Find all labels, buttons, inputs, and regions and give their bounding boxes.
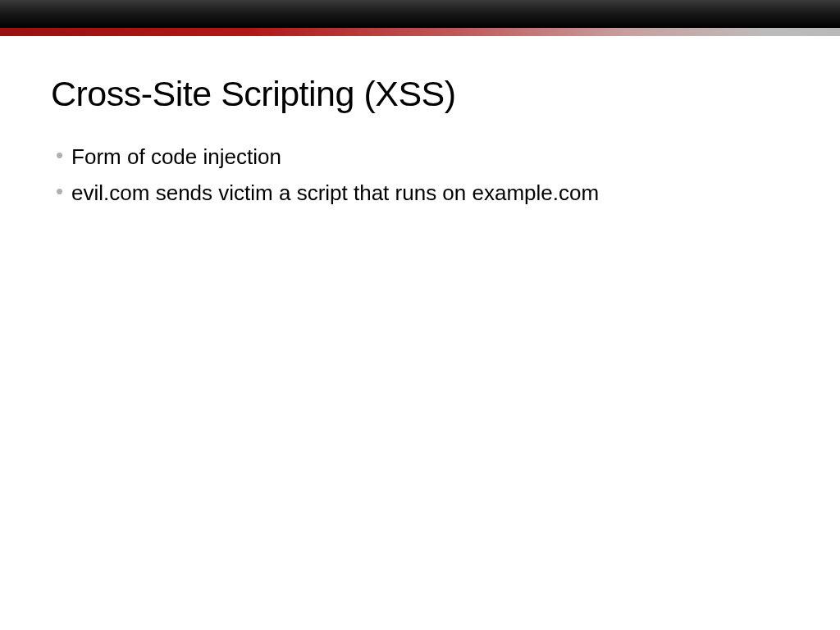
slide-content: Cross-Site Scripting (XSS) • Form of cod… xyxy=(0,36,840,208)
slide-title: Cross-Site Scripting (XSS) xyxy=(51,74,789,114)
list-item: • Form of code injection xyxy=(56,142,789,171)
header-red-bar xyxy=(0,28,840,36)
bullet-list: • Form of code injection • evil.com send… xyxy=(51,142,789,208)
bullet-text: Form of code injection xyxy=(71,142,281,171)
header-dark-bar xyxy=(0,0,840,28)
bullet-icon: • xyxy=(56,178,63,205)
list-item: • evil.com sends victim a script that ru… xyxy=(56,178,789,208)
bullet-icon: • xyxy=(56,142,63,169)
bullet-text: evil.com sends victim a script that runs… xyxy=(71,178,599,208)
